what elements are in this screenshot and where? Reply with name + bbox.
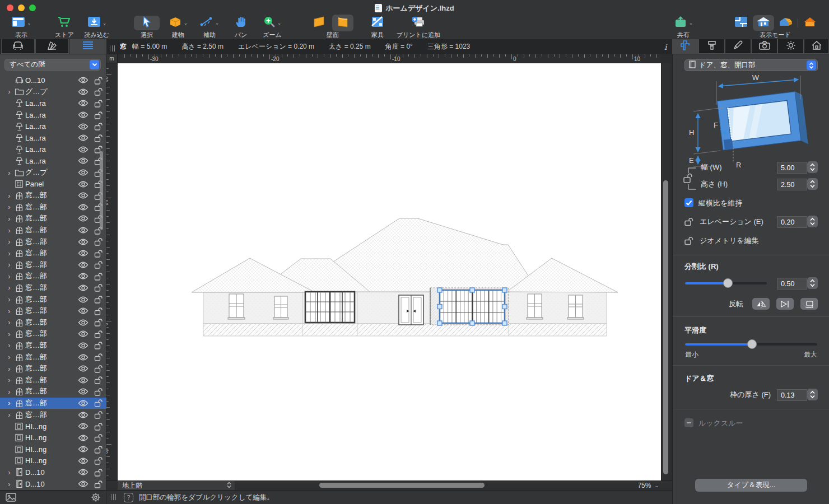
tree-item[interactable]: ›窓…部 bbox=[0, 340, 106, 352]
split-ratio-stepper[interactable] bbox=[807, 277, 818, 289]
tree-item[interactable]: Panel bbox=[0, 178, 106, 190]
eye-icon[interactable] bbox=[75, 134, 91, 141]
disclosure-icon[interactable]: › bbox=[6, 469, 13, 476]
render-mode-icon[interactable] bbox=[803, 16, 817, 30]
sidebar-tab-materials[interactable] bbox=[35, 39, 69, 54]
tree-item[interactable]: La...ra bbox=[0, 144, 106, 156]
disclosure-icon[interactable]: › bbox=[6, 273, 13, 280]
tree-item[interactable]: La...ra bbox=[0, 109, 106, 121]
width-stepper[interactable] bbox=[807, 161, 818, 173]
eye-icon[interactable] bbox=[75, 146, 91, 153]
eye-icon[interactable] bbox=[75, 181, 91, 188]
eye-icon[interactable] bbox=[75, 262, 91, 268]
inspector-tab-object[interactable] bbox=[672, 39, 698, 54]
tree-item[interactable]: ›窓…部 bbox=[0, 316, 106, 328]
eye-icon[interactable] bbox=[75, 296, 91, 303]
eye-icon[interactable] bbox=[75, 435, 91, 441]
disclosure-icon[interactable]: › bbox=[6, 227, 13, 234]
lock-open-icon[interactable] bbox=[91, 468, 106, 477]
look-through-checkbox[interactable] bbox=[684, 418, 693, 427]
floor-selector[interactable]: 地上階 bbox=[118, 481, 235, 490]
lock-open-icon[interactable] bbox=[91, 192, 106, 200]
disclosure-icon[interactable]: › bbox=[6, 215, 13, 222]
eye-icon[interactable] bbox=[75, 423, 91, 430]
lock-open-icon[interactable] bbox=[91, 260, 106, 269]
width-input[interactable] bbox=[777, 162, 807, 174]
horizontal-scrollbar-thumb[interactable] bbox=[319, 483, 485, 488]
sidebar-tab-project-tree[interactable] bbox=[69, 39, 106, 54]
lock-open-icon[interactable] bbox=[91, 456, 106, 465]
tree-item[interactable]: ›窓…部 bbox=[0, 225, 106, 236]
smoothness-slider-knob[interactable] bbox=[747, 339, 757, 349]
tree-item[interactable]: La...ra bbox=[0, 132, 106, 144]
rotate-button[interactable] bbox=[800, 298, 818, 310]
lock-open-icon[interactable] bbox=[91, 122, 106, 130]
lock-open-icon[interactable] bbox=[91, 134, 106, 142]
eye-icon[interactable] bbox=[75, 88, 91, 95]
view-button[interactable]: ⌄ 表示 bbox=[3, 16, 39, 38]
tree-item[interactable]: ›窓…部 bbox=[0, 374, 106, 386]
eye-icon[interactable] bbox=[75, 365, 91, 372]
lock-open-icon[interactable] bbox=[91, 180, 106, 188]
lock-open-icon[interactable] bbox=[91, 330, 106, 338]
disclosure-icon[interactable]: › bbox=[6, 319, 13, 326]
lock-open-icon[interactable] bbox=[91, 422, 106, 431]
aux-tool-button[interactable]: ⌄ 補助 bbox=[195, 16, 224, 38]
lock-open-icon[interactable] bbox=[91, 203, 106, 211]
tree-item[interactable]: ›D...10 bbox=[0, 478, 106, 490]
eye-icon[interactable] bbox=[75, 458, 91, 464]
building-tool-button[interactable]: ⌄ 建物 bbox=[164, 16, 193, 38]
lock-open-icon[interactable] bbox=[91, 318, 106, 326]
store-button[interactable]: ストア bbox=[48, 16, 81, 38]
drawing-canvas[interactable] bbox=[118, 63, 661, 480]
lock-open-icon[interactable] bbox=[684, 217, 695, 226]
lock-open-icon[interactable] bbox=[91, 272, 106, 281]
eye-icon[interactable] bbox=[75, 215, 91, 222]
lock-open-icon[interactable] bbox=[91, 410, 106, 419]
lock-open-icon[interactable] bbox=[91, 169, 106, 177]
furniture-button[interactable]: 家具 bbox=[363, 16, 392, 38]
eye-icon[interactable] bbox=[75, 169, 91, 176]
height-input[interactable] bbox=[777, 179, 807, 190]
lock-open-icon[interactable] bbox=[91, 388, 106, 396]
elevation-stepper[interactable] bbox=[807, 216, 818, 227]
disclosure-icon[interactable]: › bbox=[6, 411, 13, 418]
eye-icon[interactable] bbox=[75, 111, 91, 118]
tree-item[interactable]: ›窓…部 bbox=[0, 213, 106, 225]
tree-item[interactable]: ›窓…部 bbox=[0, 202, 106, 213]
disclosure-icon[interactable]: › bbox=[6, 365, 13, 372]
tree-item[interactable]: ›窓…部 bbox=[0, 409, 106, 421]
eye-icon[interactable] bbox=[75, 100, 91, 106]
tree-item[interactable]: ›窓…部 bbox=[0, 398, 106, 409]
floor-plan-mode-icon[interactable] bbox=[734, 16, 748, 30]
floor-filter-dropdown[interactable]: すべての階 bbox=[4, 59, 101, 71]
inspector-tab-camera[interactable] bbox=[751, 39, 777, 54]
eye-icon[interactable] bbox=[75, 192, 91, 199]
split-ratio-input[interactable] bbox=[777, 278, 807, 290]
frame-thickness-stepper[interactable] bbox=[807, 389, 818, 400]
lock-open-icon[interactable] bbox=[91, 365, 106, 373]
tree-item[interactable]: ›窓…部 bbox=[0, 190, 106, 202]
lock-open-icon[interactable] bbox=[91, 433, 106, 442]
drag-handle-icon[interactable] bbox=[110, 44, 116, 54]
disclosure-icon[interactable]: › bbox=[6, 203, 13, 211]
eye-icon[interactable] bbox=[75, 388, 91, 395]
frame-thickness-input[interactable] bbox=[777, 389, 807, 401]
eye-icon[interactable] bbox=[75, 377, 91, 384]
add-to-print-button[interactable]: プリントに追加 bbox=[395, 16, 441, 38]
lock-open-icon[interactable] bbox=[91, 237, 106, 246]
disclosure-icon[interactable]: › bbox=[6, 238, 13, 245]
disclosure-icon[interactable]: › bbox=[6, 88, 13, 95]
lock-open-icon[interactable] bbox=[91, 353, 106, 361]
disclosure-icon[interactable]: › bbox=[6, 192, 13, 199]
lock-open-icon[interactable] bbox=[91, 157, 106, 165]
eye-icon[interactable] bbox=[75, 400, 91, 407]
eye-icon[interactable] bbox=[75, 77, 91, 83]
tree-item[interactable]: HI...ng bbox=[0, 455, 106, 467]
share-button[interactable]: ⌄ 共有 bbox=[668, 16, 699, 38]
eye-icon[interactable] bbox=[75, 307, 91, 314]
disclosure-icon[interactable]: › bbox=[6, 330, 13, 338]
tree-item[interactable]: La...ra bbox=[0, 120, 106, 132]
lock-open-icon[interactable] bbox=[91, 445, 106, 454]
disclosure-icon[interactable]: › bbox=[6, 307, 13, 315]
